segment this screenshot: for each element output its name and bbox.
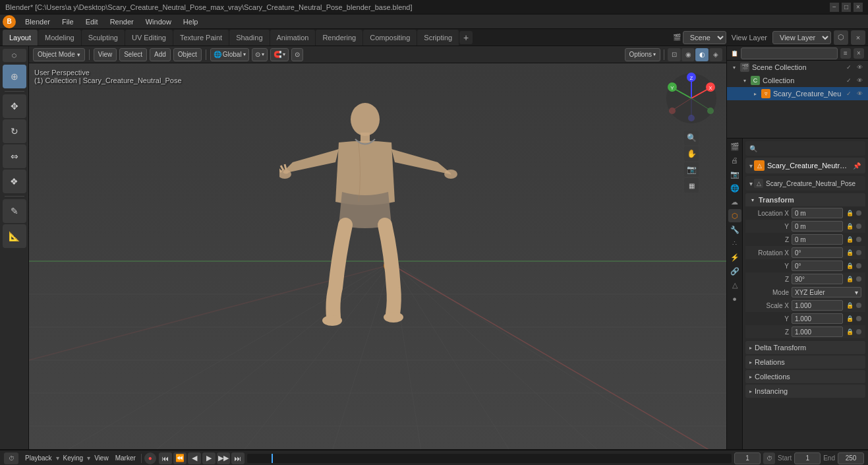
- prop-material-icon[interactable]: ●: [728, 292, 741, 305]
- tool-cursor[interactable]: ⊕: [3, 65, 26, 88]
- tab-uv-editing[interactable]: UV Editing: [125, 30, 173, 46]
- end-frame-input[interactable]: [838, 452, 864, 464]
- minimize-button[interactable]: −: [830, 3, 839, 12]
- scene-collection-eye[interactable]: 👁: [855, 63, 864, 72]
- prop-modifier-icon[interactable]: 🔧: [728, 223, 741, 236]
- close-button[interactable]: ×: [854, 3, 863, 12]
- location-x-value[interactable]: 0 m: [792, 208, 843, 218]
- mode-select[interactable]: Object Mode ▾: [33, 48, 85, 61]
- timeline-track[interactable]: [247, 454, 732, 463]
- render-button[interactable]: ⬡: [834, 30, 848, 45]
- location-y-lock[interactable]: 🔒: [846, 222, 854, 230]
- close-scene-button[interactable]: ×: [851, 30, 865, 45]
- tool-rotate[interactable]: ↻: [3, 119, 26, 143]
- outliner-search[interactable]: [741, 47, 838, 59]
- rotation-z-value[interactable]: 90°: [792, 274, 843, 284]
- scale-y-value[interactable]: 1.000: [792, 313, 843, 324]
- tab-sculpting[interactable]: Sculpting: [82, 30, 125, 46]
- menu-file[interactable]: File: [57, 16, 79, 27]
- outliner-scene-collection[interactable]: ▾ 🎬 Scene Collection ✓ 👁: [727, 61, 868, 74]
- tab-shading[interactable]: Shading: [229, 30, 269, 46]
- delta-transform-header[interactable]: ▸ Delta Transform: [745, 341, 865, 354]
- menu-edit[interactable]: Edit: [80, 16, 103, 27]
- proportional-edit[interactable]: ⊙: [291, 48, 303, 61]
- object-menu[interactable]: Object: [173, 48, 202, 61]
- add-workspace-button[interactable]: +: [459, 31, 473, 44]
- menu-help[interactable]: Help: [178, 16, 204, 27]
- outliner-filter[interactable]: ≡: [840, 48, 851, 59]
- record-button[interactable]: ●: [144, 452, 156, 464]
- options-button[interactable]: Options ▾: [625, 48, 660, 61]
- menu-window[interactable]: Window: [140, 16, 177, 27]
- prop-object-icon[interactable]: ⬡: [728, 209, 741, 222]
- collections-header[interactable]: ▸ Collections: [745, 370, 865, 383]
- snap-controls[interactable]: 🧲 ▾: [270, 48, 289, 61]
- prop-constraints-icon[interactable]: 🔗: [728, 264, 741, 278]
- pivot-point[interactable]: ⊙ ▾: [252, 48, 268, 61]
- prop-scene-icon[interactable]: 🌐: [728, 181, 741, 195]
- prop-world-icon[interactable]: ☁: [728, 195, 741, 208]
- menu-blender[interactable]: Blender: [20, 16, 55, 27]
- orthographic-button[interactable]: ▦: [684, 178, 699, 193]
- current-frame-input[interactable]: [734, 452, 761, 464]
- play-button[interactable]: ▶: [202, 452, 216, 464]
- rotation-x-value[interactable]: 0°: [792, 247, 843, 258]
- view-menu-timeline[interactable]: View: [92, 454, 111, 462]
- rendered-shading[interactable]: ◈: [709, 48, 722, 61]
- scene-select[interactable]: Scene: [683, 31, 726, 44]
- prop-data-icon[interactable]: △: [728, 278, 741, 292]
- material-shading[interactable]: ◐: [695, 48, 709, 61]
- prop-physics-icon[interactable]: ⚡: [728, 251, 741, 264]
- marker-menu[interactable]: Marker: [113, 454, 138, 462]
- relations-header[interactable]: ▸ Relations: [745, 356, 865, 369]
- outliner-object[interactable]: ▸ ▿ Scary_Creature_Neu ✓ 👁: [727, 87, 868, 100]
- location-y-keyframe[interactable]: [856, 224, 861, 229]
- wire-shading[interactable]: ⊡: [668, 48, 681, 61]
- tab-texture-paint[interactable]: Texture Paint: [173, 30, 229, 46]
- object-eye[interactable]: 👁: [855, 89, 864, 98]
- step-forward-button[interactable]: ▶▶: [217, 452, 230, 464]
- camera-view-button[interactable]: 📷: [684, 162, 699, 177]
- solid-shading[interactable]: ◉: [681, 48, 695, 61]
- timeline-playhead[interactable]: [272, 454, 273, 463]
- tab-compositing[interactable]: Compositing: [363, 30, 417, 46]
- step-back-button[interactable]: ◀: [188, 452, 201, 464]
- tool-move[interactable]: ✥: [3, 94, 26, 118]
- scale-y-keyframe[interactable]: [856, 316, 861, 321]
- jump-prev-button[interactable]: ⏪: [173, 452, 187, 464]
- view-layer-select[interactable]: View Layer: [772, 31, 831, 44]
- location-z-lock[interactable]: 🔒: [846, 235, 854, 243]
- rotation-x-keyframe[interactable]: [856, 250, 861, 255]
- location-x-keyframe[interactable]: [856, 210, 861, 216]
- transform-section-header[interactable]: ▾ Transform: [745, 193, 865, 206]
- tool-measure[interactable]: 📐: [3, 224, 26, 248]
- collection-eye[interactable]: 👁: [855, 76, 864, 85]
- rotation-x-lock[interactable]: 🔒: [846, 249, 854, 257]
- blender-logo[interactable]: B: [3, 15, 16, 28]
- tool-transform[interactable]: ❖: [3, 170, 26, 193]
- collection-check[interactable]: ✓: [844, 76, 854, 85]
- add-menu[interactable]: Add: [150, 48, 171, 61]
- rotation-z-keyframe[interactable]: [856, 276, 861, 282]
- location-z-value[interactable]: 0 m: [792, 234, 843, 245]
- prop-pin-button[interactable]: 📌: [852, 161, 861, 170]
- prop-render-icon[interactable]: 🎬: [728, 140, 741, 153]
- scale-z-value[interactable]: 1.000: [792, 326, 843, 337]
- keying-menu[interactable]: Keying: [61, 454, 86, 462]
- outliner-collection[interactable]: ▾ C Collection ✓ 👁: [727, 74, 868, 87]
- object-check[interactable]: ✓: [844, 89, 854, 98]
- scale-x-value[interactable]: 1.000: [792, 300, 843, 311]
- prop-particles-icon[interactable]: ∴: [728, 237, 741, 250]
- view-menu[interactable]: View: [94, 48, 117, 61]
- tab-layout[interactable]: Layout: [3, 30, 38, 46]
- select-menu[interactable]: Select: [119, 48, 147, 61]
- tab-scripting[interactable]: Scripting: [417, 30, 459, 46]
- nav-widget[interactable]: Z X Y: [662, 69, 721, 128]
- prop-search-input[interactable]: [760, 145, 861, 152]
- viewport[interactable]: Object Mode ▾ View Select Add Object 🌐 G…: [29, 46, 726, 449]
- tab-rendering[interactable]: Rendering: [316, 30, 362, 46]
- scene-collection-check[interactable]: ✓: [844, 63, 854, 72]
- location-z-keyframe[interactable]: [856, 237, 861, 242]
- start-frame-input[interactable]: [794, 452, 821, 464]
- fly-mode-button[interactable]: ✋: [684, 146, 699, 161]
